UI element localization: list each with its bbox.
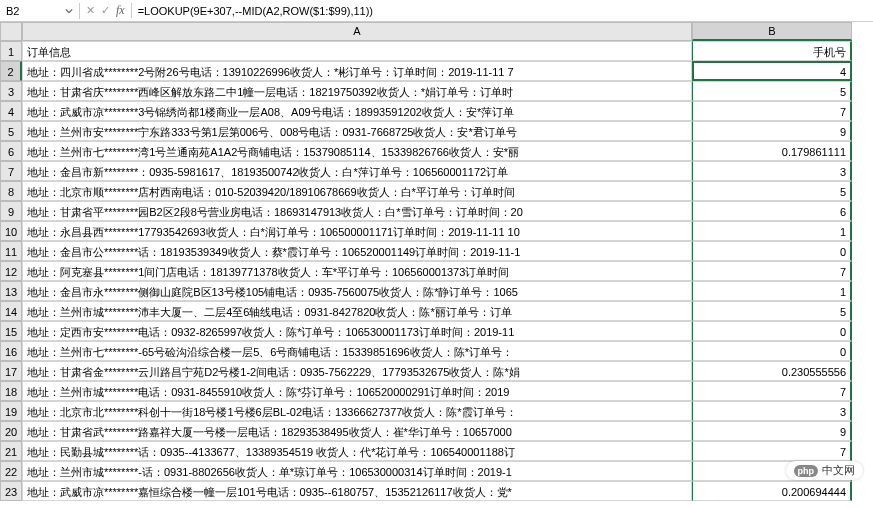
chevron-down-icon: [65, 7, 73, 15]
row-header[interactable]: 6: [0, 141, 22, 161]
cell[interactable]: 地址：甘肃省庆********西峰区解放东路二中1幢一层电话：182197503…: [22, 81, 692, 101]
cell[interactable]: 地址：北京市北********科创十一街18号楼1号楼6层BL-02电话：133…: [22, 401, 692, 421]
cell[interactable]: 地址：金昌市公********话：18193539349收货人：蔡*霞订单号：1…: [22, 241, 692, 261]
column-header-a[interactable]: A: [22, 22, 692, 41]
row-header[interactable]: 4: [0, 101, 22, 121]
cell[interactable]: 5: [692, 81, 852, 101]
row-header[interactable]: 17: [0, 361, 22, 381]
cell[interactable]: 5: [692, 301, 852, 321]
row-header[interactable]: 18: [0, 381, 22, 401]
row-header[interactable]: 7: [0, 161, 22, 181]
cell[interactable]: 7: [692, 101, 852, 121]
row-header[interactable]: 5: [0, 121, 22, 141]
row-header[interactable]: 23: [0, 481, 22, 501]
confirm-formula-icon[interactable]: [101, 4, 110, 17]
watermark: php 中文网: [786, 461, 864, 480]
cell[interactable]: 4: [692, 61, 852, 81]
row-header[interactable]: 10: [0, 221, 22, 241]
cell[interactable]: 0: [692, 341, 852, 361]
cell[interactable]: 地址：武威市凉********3号锦绣尚都1楼商业一层A08、A09号电话：18…: [22, 101, 692, 121]
cell[interactable]: 0: [692, 321, 852, 341]
cell[interactable]: 3: [692, 401, 852, 421]
cell[interactable]: 地址：兰州市七********-65号硷沟沿综合楼一层5、6号商铺电话：1533…: [22, 341, 692, 361]
cell[interactable]: 地址：金昌市永********侧御山庭院B区13号楼105铺电话：0935-75…: [22, 281, 692, 301]
cell[interactable]: 地址：兰州市城********电话：0931-8455910收货人：陈*芬订单号…: [22, 381, 692, 401]
cell[interactable]: 地址：武威市凉********嘉恒综合楼一幢一层101号电话：0935--618…: [22, 481, 692, 501]
row-header[interactable]: 9: [0, 201, 22, 221]
cell[interactable]: 3: [692, 161, 852, 181]
row-header[interactable]: 14: [0, 301, 22, 321]
cell[interactable]: 1: [692, 221, 852, 241]
cell[interactable]: 5: [692, 181, 852, 201]
fx-icon[interactable]: fx: [116, 3, 125, 18]
cell[interactable]: 7: [692, 441, 852, 461]
row-header[interactable]: 3: [0, 81, 22, 101]
header-cell-a[interactable]: 订单信息: [22, 41, 692, 61]
cell[interactable]: 7: [692, 261, 852, 281]
cell[interactable]: 0.179861111: [692, 141, 852, 161]
cancel-formula-icon[interactable]: [86, 4, 95, 17]
formula-input[interactable]: [132, 3, 873, 19]
row-header[interactable]: 8: [0, 181, 22, 201]
cell[interactable]: 0.230555556: [692, 361, 852, 381]
cell[interactable]: 地址：兰州市安********宁东路333号第1层第006号、008号电话：09…: [22, 121, 692, 141]
cell[interactable]: 地址：北京市顺********店村西南电话：010-52039420/18910…: [22, 181, 692, 201]
cell[interactable]: 地址：四川省成********2号附26号电话：13910226996收货人：*…: [22, 61, 692, 81]
row-header[interactable]: 19: [0, 401, 22, 421]
row-header[interactable]: 22: [0, 461, 22, 481]
header-cell-b[interactable]: 手机号: [692, 41, 852, 61]
cell[interactable]: 地址：阿克塞县********1间门店电话：18139771378收货人：车*平…: [22, 261, 692, 281]
row-header[interactable]: 16: [0, 341, 22, 361]
cell[interactable]: 9: [692, 421, 852, 441]
name-box-value: B2: [6, 5, 65, 17]
cell[interactable]: 地址：定西市安********电话：0932-8265997收货人：陈*订单号：…: [22, 321, 692, 341]
cell[interactable]: 地址：民勤县城********话：0935--4133677、133893545…: [22, 441, 692, 461]
row-header[interactable]: 15: [0, 321, 22, 341]
row-header[interactable]: 12: [0, 261, 22, 281]
cell[interactable]: 0.200694444: [692, 481, 852, 501]
row-header[interactable]: 11: [0, 241, 22, 261]
name-box[interactable]: B2: [0, 3, 80, 19]
cell[interactable]: 地址：兰州市城********沛丰大厦一、二层4至6轴线电话：0931-8427…: [22, 301, 692, 321]
row-header[interactable]: 2: [0, 61, 22, 81]
cell[interactable]: 9: [692, 121, 852, 141]
cell[interactable]: 地址：甘肃省金********云川路昌宁苑D2号楼1-2间电话：0935-756…: [22, 361, 692, 381]
row-header[interactable]: 1: [0, 41, 22, 61]
column-header-b[interactable]: B: [692, 22, 852, 41]
cell[interactable]: 地址：甘肃省武********路嘉祥大厦一号楼一层电话：18293538495收…: [22, 421, 692, 441]
cell[interactable]: 0: [692, 241, 852, 261]
select-all-corner[interactable]: [0, 22, 22, 41]
cell[interactable]: 地址：兰州市城********-话：0931-8802656收货人：单*琼订单号…: [22, 461, 692, 481]
row-header[interactable]: 20: [0, 421, 22, 441]
cell[interactable]: 7: [692, 381, 852, 401]
cell[interactable]: 6: [692, 201, 852, 221]
row-header[interactable]: 13: [0, 281, 22, 301]
cell[interactable]: 地址：兰州市七********湾1号兰通南苑A1A2号商铺电话：15379085…: [22, 141, 692, 161]
php-badge: php: [794, 465, 819, 477]
cell[interactable]: 地址：甘肃省平********园B2区2段8号营业房电话：18693147913…: [22, 201, 692, 221]
watermark-text: 中文网: [822, 463, 855, 478]
cell[interactable]: 1: [692, 281, 852, 301]
cell[interactable]: 地址：永昌县西********17793542693收货人：白*润订单号：106…: [22, 221, 692, 241]
row-header[interactable]: 21: [0, 441, 22, 461]
cell[interactable]: 地址：金昌市新********：0935-5981617、18193500742…: [22, 161, 692, 181]
